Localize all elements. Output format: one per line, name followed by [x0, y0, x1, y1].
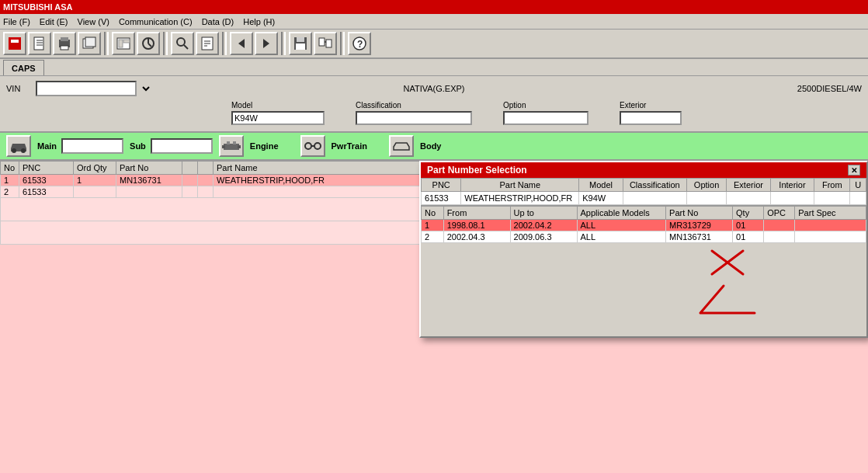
- cell-empty1: [182, 186, 198, 198]
- toolbar-btn-save[interactable]: [289, 32, 312, 55]
- dialog-sub-col-from: From: [443, 207, 510, 220]
- vin-input[interactable]: [36, 81, 137, 96]
- tab-bar: CAPS: [0, 59, 868, 76]
- dialog-val-from: [814, 192, 850, 205]
- dialog-cell-opc: [764, 231, 795, 243]
- svg-rect-29: [326, 40, 332, 47]
- menu-edit[interactable]: Edit (E): [40, 17, 68, 26]
- car-icon-btn[interactable]: [6, 135, 31, 157]
- dialog-sub-col-models: Applicable Models: [577, 207, 666, 220]
- menu-bar: File (F) Edit (E) View (V) Communication…: [0, 14, 868, 30]
- svg-point-41: [314, 143, 321, 149]
- tab-caps[interactable]: CAPS: [3, 60, 44, 75]
- toolbar-btn-1[interactable]: [3, 32, 26, 55]
- dialog-col-from: From: [814, 179, 850, 192]
- dialog-sub-col-partno: Part No: [666, 207, 733, 220]
- main-input[interactable]: [61, 138, 123, 154]
- dialog-sub-col-qty: Qty: [733, 207, 764, 220]
- cell-pnc: 61533: [19, 186, 74, 198]
- cell-pnc: 61533: [19, 175, 74, 186]
- sub-section: Sub: [130, 138, 213, 154]
- dialog-cell-no: 2: [422, 231, 444, 243]
- svg-rect-39: [238, 145, 241, 148]
- dialog-cell-from: 1998.08.1: [443, 220, 510, 231]
- dialog-close-btn[interactable]: ✕: [848, 165, 860, 176]
- toolbar-btn-transfer[interactable]: [314, 32, 337, 55]
- svg-line-16: [148, 43, 151, 47]
- dialog-val-interior: [770, 192, 814, 205]
- dialog-cell-models: ALL: [577, 231, 666, 243]
- pwrtrain-icon-btn[interactable]: [300, 135, 325, 157]
- dialog-cell-qty: 01: [733, 220, 764, 231]
- engine-icon-btn[interactable]: [219, 135, 244, 157]
- toolbar-btn-4[interactable]: [78, 32, 101, 55]
- cell-no: 1: [1, 175, 19, 186]
- sub-input[interactable]: [151, 138, 213, 154]
- svg-point-17: [177, 38, 185, 46]
- dialog-table-row[interactable]: 2 2002.04.3 2009.06.3 ALL MN136731 01: [422, 231, 866, 243]
- dialog-title-bar: Part Number Selection ✕: [421, 162, 866, 178]
- svg-rect-37: [233, 141, 236, 144]
- form-area: VIN ▼ NATIVA(G.EXP) 2500DIESEL/4W Model …: [0, 76, 868, 133]
- option-input[interactable]: [503, 111, 589, 125]
- menu-file[interactable]: File (F): [3, 17, 30, 26]
- dialog-val-classification: [623, 192, 686, 205]
- menu-communication[interactable]: Communication (C): [119, 17, 193, 26]
- svg-rect-7: [61, 37, 68, 41]
- toolbar-btn-fwd[interactable]: [255, 32, 278, 55]
- dialog-cell-partspec: [795, 220, 866, 231]
- exterior-group: Exterior: [620, 101, 682, 125]
- col-empty1: [182, 162, 198, 175]
- toolbar-btn-3[interactable]: [53, 32, 76, 55]
- col-part-no: Part No: [116, 162, 182, 175]
- dialog-val-exterior: [727, 192, 770, 205]
- menu-help[interactable]: Help (H): [243, 17, 275, 26]
- toolbar-btn-doc[interactable]: [196, 32, 219, 55]
- dialog-col-exterior: Exterior: [727, 179, 770, 192]
- toolbar-btn-5[interactable]: [112, 32, 135, 55]
- menu-view[interactable]: View (V): [78, 17, 109, 26]
- svg-line-18: [184, 45, 188, 49]
- table-wrapper: No PNC Ord Qty Part No Part Name Qty Uni…: [0, 161, 868, 473]
- menu-data[interactable]: Data (D): [202, 17, 234, 26]
- model-group: Model: [231, 101, 325, 125]
- svg-rect-26: [297, 37, 304, 42]
- sub-label: Sub: [130, 141, 146, 151]
- model-input[interactable]: [231, 111, 325, 125]
- svg-marker-24: [263, 39, 269, 48]
- classification-input[interactable]: [356, 111, 472, 125]
- engine-code: 2500DIESEL/4W: [797, 84, 862, 93]
- body-icon-btn[interactable]: [389, 135, 414, 157]
- svg-point-33: [12, 148, 16, 153]
- dialog-val-u: [850, 192, 866, 205]
- toolbar-sep-1: [104, 32, 109, 55]
- dialog-col-partname: Part Name: [461, 179, 579, 192]
- toolbar-sep-3: [222, 32, 227, 55]
- toolbar-btn-back[interactable]: [230, 32, 253, 55]
- svg-rect-38: [222, 145, 225, 148]
- exterior-input[interactable]: [620, 111, 682, 125]
- cell-part-no: [116, 186, 182, 198]
- annotation-area: [421, 243, 866, 336]
- svg-rect-35: [224, 144, 239, 150]
- dialog-val-pnc: 61533: [422, 192, 461, 205]
- dialog-col-classification: Classification: [623, 179, 686, 192]
- svg-point-40: [305, 143, 311, 149]
- nav-row: Main Sub Engine PwrTrain Body: [0, 133, 868, 161]
- vin-select-wrap: ▼: [36, 81, 152, 96]
- dialog-val-model: K94W: [579, 192, 623, 205]
- dialog-sub-col-no: No: [422, 207, 444, 220]
- dialog-col-model: Model: [579, 179, 623, 192]
- toolbar-btn-help[interactable]: ?: [348, 32, 371, 55]
- toolbar-btn-magnify[interactable]: [171, 32, 194, 55]
- toolbar-sep-5: [340, 32, 345, 55]
- vin-dropdown[interactable]: ▼: [137, 81, 152, 96]
- title-bar: MITSUBISHI ASA: [0, 0, 868, 14]
- toolbar-btn-2[interactable]: [28, 32, 51, 55]
- dialog-col-option: Option: [686, 179, 726, 192]
- toolbar-btn-6[interactable]: [137, 32, 160, 55]
- part-number-dialog: Part Number Selection ✕ PNC Part Name Mo…: [419, 161, 868, 338]
- dialog-cell-models: ALL: [577, 220, 666, 231]
- dialog-cell-upto: 2009.06.3: [510, 231, 577, 243]
- dialog-table-row[interactable]: 1 1998.08.1 2002.04.2 ALL MR313729 01: [422, 220, 866, 231]
